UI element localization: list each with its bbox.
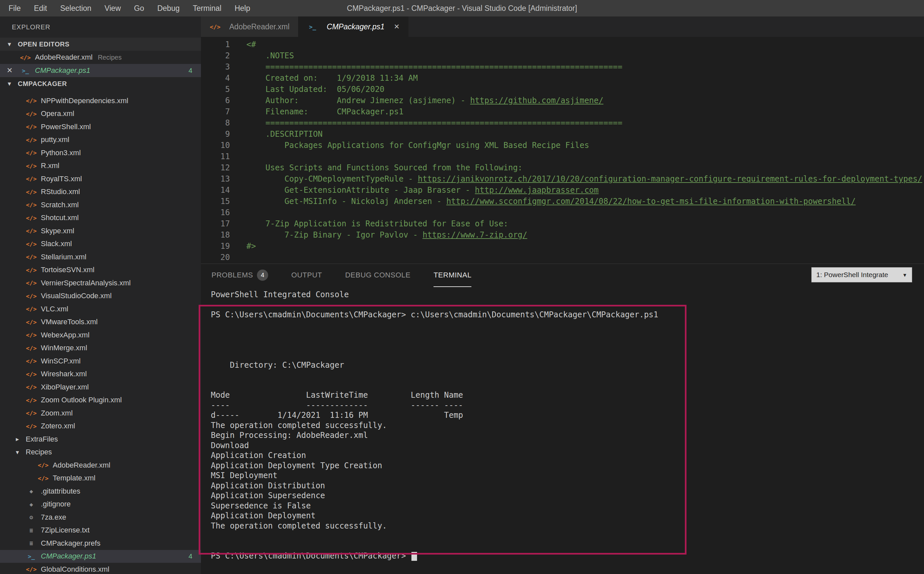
menu-edit[interactable]: Edit bbox=[27, 0, 54, 16]
panel-tab-output[interactable]: OUTPUT bbox=[291, 264, 322, 287]
panel-tab-debug-console[interactable]: DEBUG CONSOLE bbox=[345, 264, 411, 287]
comment-text: <# bbox=[246, 40, 256, 49]
file-item[interactable]: </>Zoom Outlook Plugin.xml bbox=[0, 394, 201, 407]
comment-link[interactable]: http://www.jaapbrasser.com bbox=[475, 186, 599, 195]
menu-terminal[interactable]: Terminal bbox=[186, 0, 228, 16]
terminal-selector-dropdown[interactable]: 1: PowerShell Integrate ▼ bbox=[811, 267, 912, 282]
file-item[interactable]: </>WinSCP.xml bbox=[0, 355, 201, 368]
file-item[interactable]: </>Template.xml bbox=[0, 472, 201, 485]
line-number: 11 bbox=[201, 151, 230, 162]
xml-file-icon: </> bbox=[26, 279, 37, 286]
file-item[interactable]: </>R.xml bbox=[0, 159, 201, 173]
file-item[interactable]: </>XiboPlayer.xml bbox=[0, 381, 201, 394]
open-editors-list: </>AdobeReader.xmlRecipes✕>_CMPackager.p… bbox=[0, 51, 201, 77]
close-icon[interactable]: ✕ bbox=[6, 66, 20, 75]
terminal-line: Application Distribution bbox=[211, 481, 924, 491]
close-icon[interactable]: ✕ bbox=[394, 23, 400, 31]
file-item[interactable]: </>Shotcut.xml bbox=[0, 211, 201, 225]
file-item[interactable]: </>VMwareTools.xml bbox=[0, 316, 201, 329]
editor-tab[interactable]: >_CMPackager.ps1✕ bbox=[298, 16, 408, 37]
file-label: VisualStudioCode.xml bbox=[41, 292, 112, 300]
panel-tabs: PROBLEMS4OUTPUTDEBUG CONSOLETERMINAL bbox=[211, 264, 494, 287]
file-item[interactable]: </>Slack.xml bbox=[0, 238, 201, 251]
powershell-file-icon: >_ bbox=[307, 24, 318, 30]
file-item[interactable]: </>WebexApp.xml bbox=[0, 328, 201, 342]
comment-link[interactable]: https://github.com/asjimene/ bbox=[470, 96, 603, 105]
xml-file-icon: </> bbox=[26, 188, 37, 196]
file-item[interactable]: </>Skype.xml bbox=[0, 224, 201, 238]
editor-line: 11 bbox=[201, 151, 924, 162]
comment-text: .NOTES bbox=[246, 51, 294, 60]
editor-tab[interactable]: </>AdobeReader.xml bbox=[201, 16, 298, 37]
xml-file-icon: </> bbox=[26, 319, 37, 326]
xml-file-icon: </> bbox=[26, 149, 37, 156]
xml-file-icon: </> bbox=[38, 462, 49, 468]
comment-link[interactable]: http://www.scconfigmgr.com/2014/08/22/ho… bbox=[446, 197, 856, 206]
file-label: CMPackager.ps1 bbox=[35, 66, 90, 75]
xml-file-icon: </> bbox=[26, 253, 37, 260]
file-item[interactable]: </>Scratch.xml bbox=[0, 199, 201, 211]
menu-help[interactable]: Help bbox=[228, 0, 257, 16]
editor-line: 19#> bbox=[201, 241, 924, 252]
comment-link[interactable]: https://janikvonrotz.ch/2017/10/20/confi… bbox=[418, 174, 922, 183]
menu-selection[interactable]: Selection bbox=[54, 0, 98, 16]
text-file-icon: ≡ bbox=[26, 527, 37, 534]
editor-line: 5 Last Updated: 05/06/2020 bbox=[201, 84, 924, 95]
file-item[interactable]: </>Zotero.xml bbox=[0, 420, 201, 433]
file-item[interactable]: </>VisualStudioCode.xml bbox=[0, 290, 201, 303]
file-item[interactable]: ≡CMPackager.prefs bbox=[0, 537, 201, 550]
file-item[interactable]: </>NPPwithDependencies.xml bbox=[0, 94, 201, 107]
file-item[interactable]: </>TortoiseSVN.xml bbox=[0, 263, 201, 277]
line-number: 2 bbox=[201, 50, 230, 61]
terminal-output[interactable]: PowerShell Integrated ConsolePS C:\Users… bbox=[201, 287, 924, 561]
code-text: Filename: CMPackager.ps1 bbox=[230, 106, 403, 117]
open-editors-section-header[interactable]: ▾ OPEN EDITORS bbox=[0, 38, 201, 51]
line-number: 12 bbox=[201, 162, 230, 173]
file-label: Template.xml bbox=[53, 474, 96, 483]
file-item[interactable]: ≡7ZipLicense.txt bbox=[0, 524, 201, 537]
file-item[interactable]: </>Zoom.xml bbox=[0, 407, 201, 420]
file-label: RStudio.xml bbox=[41, 188, 80, 196]
file-item[interactable]: </>Python3.xml bbox=[0, 146, 201, 159]
xml-file-icon: </> bbox=[26, 227, 37, 234]
file-item[interactable]: </>GlobalConditions.xml bbox=[0, 563, 201, 574]
file-item[interactable]: </>RoyalTS.xml bbox=[0, 172, 201, 186]
menu-go[interactable]: Go bbox=[128, 0, 151, 16]
file-item[interactable]: </>Stellarium.xml bbox=[0, 251, 201, 263]
file-item[interactable]: </>putty.xml bbox=[0, 134, 201, 147]
file-label: Zoom.xml bbox=[41, 409, 73, 418]
folder-item[interactable]: ▾Recipes bbox=[0, 446, 201, 459]
open-editor-item[interactable]: </>AdobeReader.xmlRecipes bbox=[0, 51, 201, 64]
folder-section-header[interactable]: ▾ CMPACKAGER bbox=[0, 77, 201, 90]
file-item[interactable]: ◆.gitattributes bbox=[0, 485, 201, 498]
comment-link[interactable]: https://www.7-zip.org/ bbox=[423, 230, 527, 240]
file-item[interactable]: </>Opera.xml bbox=[0, 107, 201, 121]
prefs-file-icon: ≡ bbox=[26, 540, 37, 547]
line-number: 7 bbox=[201, 106, 230, 117]
problems-count-badge: 4 bbox=[189, 66, 192, 74]
file-item[interactable]: </>VernierSpectralAnalysis.xml bbox=[0, 276, 201, 290]
xml-file-icon: </> bbox=[38, 475, 49, 482]
code-editor[interactable]: 1<#2 .NOTES3 ===========================… bbox=[201, 37, 924, 263]
menu-file[interactable]: File bbox=[2, 0, 27, 16]
panel-tab-terminal[interactable]: TERMINAL bbox=[433, 264, 471, 287]
terminal-line bbox=[211, 380, 924, 391]
file-item[interactable]: </>PowerShell.xml bbox=[0, 120, 201, 134]
file-item[interactable]: >_CMPackager.ps14 bbox=[0, 550, 201, 563]
folder-item[interactable]: ▸ExtraFiles bbox=[0, 433, 201, 446]
file-item[interactable]: </>RStudio.xml bbox=[0, 186, 201, 199]
terminal-line: d----- 1/14/2021 11:16 PM Temp bbox=[211, 410, 924, 421]
explorer-sidebar: EXPLORER ▾ OPEN EDITORS </>AdobeReader.x… bbox=[0, 16, 201, 574]
open-editor-item[interactable]: ✕>_CMPackager.ps14 bbox=[0, 64, 201, 77]
file-item[interactable]: ⚙7za.exe bbox=[0, 511, 201, 524]
file-item[interactable]: ◆.gitignore bbox=[0, 498, 201, 511]
file-item[interactable]: </>WinMerge.xml bbox=[0, 342, 201, 355]
file-item[interactable]: </>Wireshark.xml bbox=[0, 368, 201, 381]
file-item[interactable]: </>VLC.xml bbox=[0, 303, 201, 316]
panel-tab-problems[interactable]: PROBLEMS4 bbox=[211, 264, 268, 287]
code-text: #> bbox=[230, 241, 256, 252]
menu-debug[interactable]: Debug bbox=[151, 0, 186, 16]
file-item[interactable]: </>AdobeReader.xml bbox=[0, 459, 201, 472]
menu-view[interactable]: View bbox=[98, 0, 127, 16]
editor-line: 2 .NOTES bbox=[201, 50, 924, 61]
